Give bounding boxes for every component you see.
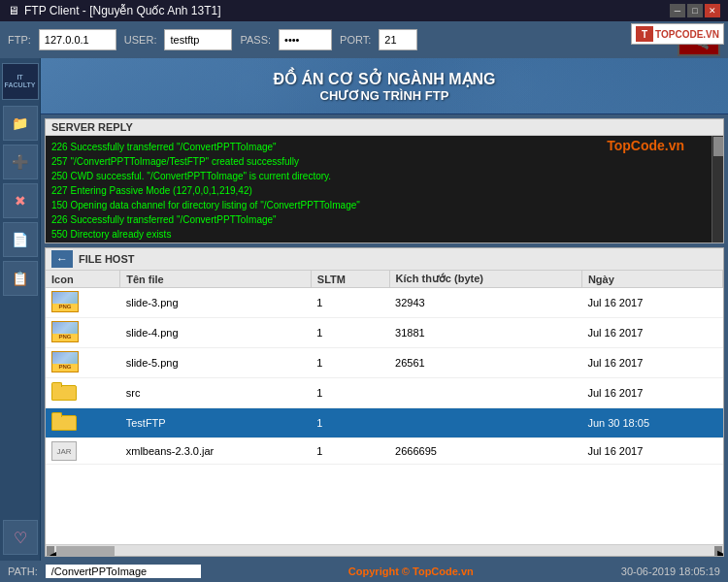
file-icon-cell (46, 408, 120, 438)
server-reply-panel: SERVER REPLY TopCode.vn 226 Successfully… (45, 118, 724, 243)
file-sltm: 1 (311, 348, 389, 378)
status-datetime: 30-06-2019 18:05:19 (621, 566, 720, 577)
col-size: Kích thước (byte) (389, 271, 581, 288)
server-reply-content[interactable]: TopCode.vn 226 Successfully transferred … (46, 136, 723, 242)
main-container: ITFACULTY 📁 ➕ ✖ 📄 📋 ♡ ĐỒ ÁN CƠ SỞ NGÀNH … (0, 58, 728, 561)
file-date: Jun 30 18:05 (581, 408, 722, 438)
close-button[interactable]: ✕ (705, 4, 720, 17)
h-scroll-left: ◄ (47, 546, 54, 556)
col-date: Ngày (581, 271, 722, 288)
content-area: ĐỒ ÁN CƠ SỞ NGÀNH MẠNG CHƯƠNG TRÌNH FTP … (41, 58, 728, 561)
port-input[interactable] (379, 29, 417, 50)
topcode-logo-icon: T (636, 26, 653, 42)
file-icon-cell (46, 378, 120, 408)
file-date: Jul 16 2017 (581, 378, 722, 408)
window-controls: ─ □ ✕ (670, 4, 720, 17)
file-name: slide-4.png (120, 318, 312, 348)
path-label: PATH: (8, 566, 38, 577)
sidebar-item-1[interactable]: ➕ (3, 145, 38, 179)
file-sltm: 1 (311, 408, 389, 438)
col-name: Tên file (120, 271, 312, 288)
table-row[interactable]: JARxmlbeans-2.3.0.jar12666695Jul 16 2017 (46, 438, 723, 465)
app-icon: 🖥 (8, 4, 19, 17)
h-scroll-right: ► (714, 546, 722, 556)
maximize-button[interactable]: □ (687, 4, 703, 17)
log-line: 257 "/ConvertPPTToImage/TestFTP" created… (51, 154, 717, 169)
file-name: TestFTP (120, 408, 312, 438)
file-name: src (120, 378, 312, 408)
sidebar-item-favorite[interactable]: ♡ (3, 520, 38, 555)
file-size (389, 408, 581, 438)
back-button[interactable]: ← (51, 250, 73, 268)
sidebar-item-4[interactable]: 📋 (3, 261, 38, 296)
log-line: 150 Opening data channel for directory l… (51, 198, 717, 212)
file-size: 2666695 (389, 438, 581, 465)
log-line: 226 Successfully transferred "/ConvertPP… (51, 212, 717, 227)
file-icon-cell: PNG (46, 348, 120, 378)
file-table: Icon Tên file SLTM Kích thước (byte) Ngà… (46, 271, 723, 465)
file-sltm: 1 (311, 318, 389, 348)
file-size (389, 378, 581, 408)
file-date: Jul 16 2017 (581, 348, 722, 378)
col-icon: Icon (46, 271, 120, 288)
h-scrollbar-thumb (56, 546, 115, 556)
file-date: Jul 16 2017 (581, 288, 722, 318)
ftp-input[interactable] (39, 29, 116, 50)
server-reply-scrollbar[interactable] (711, 136, 723, 242)
window-title: FTP Client - [Nguyễn Quốc Anh 13T1] (24, 4, 221, 17)
file-host-label: FILE HOST (79, 253, 134, 265)
file-sltm: 1 (311, 378, 389, 408)
file-date: Jul 16 2017 (581, 438, 722, 465)
table-row[interactable]: PNG slide-4.png131881Jul 16 2017 (46, 318, 723, 348)
file-sltm: 1 (311, 288, 389, 318)
topcode-logo-text: TOPCODE.VN (655, 29, 719, 40)
minimize-button[interactable]: ─ (670, 4, 685, 17)
log-line: 250 CWD successful. "/ConvertPPTToImage"… (51, 169, 717, 183)
file-panel: ← FILE HOST Icon Tên file SLTM Kích thướ… (45, 247, 724, 557)
file-size: 26561 (389, 348, 581, 378)
sidebar-item-2[interactable]: ✖ (3, 183, 38, 218)
file-icon-cell: JAR (46, 438, 120, 465)
toolbar: FTP: USER: PASS: PORT: 🔌 ✕ (0, 21, 728, 58)
table-row[interactable]: src1Jul 16 2017 (46, 378, 723, 408)
col-sltm: SLTM (311, 271, 389, 288)
copyright-text: Copyright © TopCode.vn (209, 566, 613, 577)
sidebar-item-0[interactable]: 📁 (3, 106, 38, 141)
user-input[interactable] (164, 29, 232, 50)
port-label: PORT: (340, 34, 371, 46)
status-bar: PATH: /ConvertPPToImage Copyright © TopC… (0, 561, 728, 582)
file-name: xmlbeans-2.3.0.jar (120, 438, 312, 465)
pass-input[interactable] (279, 29, 332, 50)
table-row[interactable]: TestFTP1Jun 30 18:05 (46, 408, 723, 438)
file-table-container[interactable]: Icon Tên file SLTM Kích thước (byte) Ngà… (46, 271, 723, 544)
table-header-row: Icon Tên file SLTM Kích thước (byte) Ngà… (46, 271, 723, 288)
file-sltm: 1 (311, 438, 389, 465)
watermark: TopCode.vn (607, 138, 684, 153)
pass-label: PASS: (240, 34, 271, 46)
sidebar-logo: ITFACULTY (2, 63, 39, 100)
file-date: Jul 16 2017 (581, 318, 722, 348)
server-reply-header: SERVER REPLY (46, 119, 723, 136)
file-size: 31881 (389, 318, 581, 348)
banner-title2: CHƯƠNG TRÌNH FTP (320, 88, 449, 103)
horizontal-scrollbar[interactable]: ◄ ► (46, 544, 723, 556)
file-panel-header: ← FILE HOST (46, 248, 723, 271)
log-line: 550 Directory already exists (51, 227, 717, 242)
file-icon-cell: PNG (46, 318, 120, 348)
log-line: 227 Entering Passive Mode (127,0,0,1,219… (51, 183, 717, 198)
file-name: slide-5.png (120, 348, 312, 378)
ftp-label: FTP: (8, 34, 31, 46)
file-name: slide-3.png (120, 288, 312, 318)
header-banner: ĐỒ ÁN CƠ SỞ NGÀNH MẠNG CHƯƠNG TRÌNH FTP (41, 58, 728, 114)
table-row[interactable]: PNG slide-3.png132943Jul 16 2017 (46, 288, 723, 318)
title-bar: 🖥 FTP Client - [Nguyễn Quốc Anh 13T1] ─ … (0, 0, 728, 21)
file-icon-cell: PNG (46, 288, 120, 318)
banner-title1: ĐỒ ÁN CƠ SỞ NGÀNH MẠNG (273, 70, 495, 88)
sidebar-item-3[interactable]: 📄 (3, 222, 38, 257)
scrollbar-thumb (713, 137, 723, 156)
table-row[interactable]: PNG slide-5.png126561Jul 16 2017 (46, 348, 723, 378)
sidebar: ITFACULTY 📁 ➕ ✖ 📄 📋 ♡ (0, 58, 41, 561)
path-value: /ConvertPPToImage (46, 565, 201, 578)
user-label: USER: (124, 34, 157, 46)
file-size: 32943 (389, 288, 581, 318)
